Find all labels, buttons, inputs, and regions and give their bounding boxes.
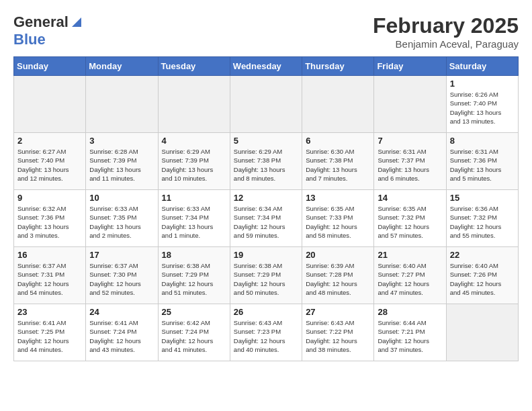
day-cell — [446, 304, 518, 361]
day-cell: 2Sunrise: 6:27 AM Sunset: 7:40 PM Daylig… — [14, 133, 86, 190]
day-number: 8 — [450, 136, 515, 146]
logo-blue-text: Blue — [13, 31, 46, 48]
header-cell-friday: Friday — [374, 57, 446, 76]
day-cell — [374, 76, 446, 133]
header-row: SundayMondayTuesdayWednesdayThursdayFrid… — [14, 57, 519, 76]
day-number: 1 — [450, 79, 515, 89]
day-cell: 15Sunrise: 6:36 AM Sunset: 7:32 PM Dayli… — [446, 190, 518, 247]
day-cell — [158, 76, 230, 133]
day-number: 23 — [17, 307, 82, 317]
day-cell: 11Sunrise: 6:33 AM Sunset: 7:34 PM Dayli… — [158, 190, 230, 247]
day-number: 21 — [378, 250, 442, 260]
day-cell: 26Sunrise: 6:43 AM Sunset: 7:23 PM Dayli… — [230, 304, 302, 361]
header-cell-monday: Monday — [86, 57, 158, 76]
day-info: Sunrise: 6:26 AM Sunset: 7:40 PM Dayligh… — [450, 90, 515, 126]
header-cell-tuesday: Tuesday — [158, 57, 230, 76]
day-info: Sunrise: 6:31 AM Sunset: 7:36 PM Dayligh… — [450, 147, 515, 183]
day-info: Sunrise: 6:29 AM Sunset: 7:38 PM Dayligh… — [234, 147, 298, 183]
day-cell: 7Sunrise: 6:31 AM Sunset: 7:37 PM Daylig… — [374, 133, 446, 190]
day-number: 22 — [450, 250, 515, 260]
day-cell: 18Sunrise: 6:38 AM Sunset: 7:29 PM Dayli… — [158, 247, 230, 304]
day-info: Sunrise: 6:43 AM Sunset: 7:22 PM Dayligh… — [306, 318, 370, 354]
day-info: Sunrise: 6:42 AM Sunset: 7:24 PM Dayligh… — [162, 318, 226, 354]
day-cell: 8Sunrise: 6:31 AM Sunset: 7:36 PM Daylig… — [446, 133, 518, 190]
day-info: Sunrise: 6:30 AM Sunset: 7:38 PM Dayligh… — [306, 147, 370, 183]
day-cell: 14Sunrise: 6:35 AM Sunset: 7:32 PM Dayli… — [374, 190, 446, 247]
day-number: 10 — [89, 193, 154, 203]
header-cell-saturday: Saturday — [446, 57, 518, 76]
day-number: 16 — [17, 250, 82, 260]
calendar-table: SundayMondayTuesdayWednesdayThursdayFrid… — [13, 56, 519, 361]
day-cell: 20Sunrise: 6:39 AM Sunset: 7:28 PM Dayli… — [302, 247, 374, 304]
day-info: Sunrise: 6:33 AM Sunset: 7:35 PM Dayligh… — [89, 204, 154, 240]
day-cell: 13Sunrise: 6:35 AM Sunset: 7:33 PM Dayli… — [302, 190, 374, 247]
day-cell — [14, 76, 86, 133]
week-row-4: 16Sunrise: 6:37 AM Sunset: 7:31 PM Dayli… — [14, 247, 519, 304]
day-cell: 23Sunrise: 6:41 AM Sunset: 7:25 PM Dayli… — [14, 304, 86, 361]
day-number: 7 — [378, 136, 442, 146]
svg-marker-0 — [72, 17, 81, 27]
header-cell-sunday: Sunday — [14, 57, 86, 76]
logo-triangle-icon — [69, 16, 81, 28]
day-cell: 4Sunrise: 6:29 AM Sunset: 7:39 PM Daylig… — [158, 133, 230, 190]
day-number: 4 — [162, 136, 226, 146]
day-info: Sunrise: 6:40 AM Sunset: 7:26 PM Dayligh… — [450, 261, 515, 297]
day-number: 14 — [378, 193, 442, 203]
title-block: February 2025 Benjamin Aceval, Paraguay — [373, 13, 519, 50]
day-number: 6 — [306, 136, 370, 146]
day-number: 11 — [162, 193, 226, 203]
day-info: Sunrise: 6:38 AM Sunset: 7:29 PM Dayligh… — [234, 261, 298, 297]
day-number: 26 — [234, 307, 298, 317]
day-info: Sunrise: 6:41 AM Sunset: 7:24 PM Dayligh… — [89, 318, 154, 354]
week-row-3: 9Sunrise: 6:32 AM Sunset: 7:36 PM Daylig… — [14, 190, 519, 247]
page-header: General Blue February 2025 Benjamin Acev… — [13, 13, 519, 50]
day-info: Sunrise: 6:27 AM Sunset: 7:40 PM Dayligh… — [17, 147, 82, 183]
day-number: 25 — [162, 307, 226, 317]
day-number: 5 — [234, 136, 298, 146]
week-row-1: 1Sunrise: 6:26 AM Sunset: 7:40 PM Daylig… — [14, 76, 519, 133]
day-cell: 6Sunrise: 6:30 AM Sunset: 7:38 PM Daylig… — [302, 133, 374, 190]
day-cell: 19Sunrise: 6:38 AM Sunset: 7:29 PM Dayli… — [230, 247, 302, 304]
day-info: Sunrise: 6:41 AM Sunset: 7:25 PM Dayligh… — [17, 318, 82, 354]
day-info: Sunrise: 6:39 AM Sunset: 7:28 PM Dayligh… — [306, 261, 370, 297]
day-info: Sunrise: 6:34 AM Sunset: 7:34 PM Dayligh… — [234, 204, 298, 240]
logo: General Blue — [13, 13, 81, 48]
day-cell: 9Sunrise: 6:32 AM Sunset: 7:36 PM Daylig… — [14, 190, 86, 247]
day-info: Sunrise: 6:35 AM Sunset: 7:33 PM Dayligh… — [306, 204, 370, 240]
day-number: 28 — [378, 307, 442, 317]
day-cell: 10Sunrise: 6:33 AM Sunset: 7:35 PM Dayli… — [86, 190, 158, 247]
day-cell — [302, 76, 374, 133]
day-info: Sunrise: 6:29 AM Sunset: 7:39 PM Dayligh… — [162, 147, 226, 183]
week-row-5: 23Sunrise: 6:41 AM Sunset: 7:25 PM Dayli… — [14, 304, 519, 361]
day-cell: 27Sunrise: 6:43 AM Sunset: 7:22 PM Dayli… — [302, 304, 374, 361]
day-cell: 1Sunrise: 6:26 AM Sunset: 7:40 PM Daylig… — [446, 76, 518, 133]
day-cell: 22Sunrise: 6:40 AM Sunset: 7:26 PM Dayli… — [446, 247, 518, 304]
day-number: 13 — [306, 193, 370, 203]
day-info: Sunrise: 6:31 AM Sunset: 7:37 PM Dayligh… — [378, 147, 442, 183]
day-cell: 5Sunrise: 6:29 AM Sunset: 7:38 PM Daylig… — [230, 133, 302, 190]
month-title: February 2025 — [373, 13, 519, 38]
day-info: Sunrise: 6:28 AM Sunset: 7:39 PM Dayligh… — [89, 147, 154, 183]
location-subtitle: Benjamin Aceval, Paraguay — [373, 38, 519, 50]
day-number: 27 — [306, 307, 370, 317]
day-info: Sunrise: 6:43 AM Sunset: 7:23 PM Dayligh… — [234, 318, 298, 354]
day-info: Sunrise: 6:33 AM Sunset: 7:34 PM Dayligh… — [162, 204, 226, 240]
day-number: 15 — [450, 193, 515, 203]
day-info: Sunrise: 6:35 AM Sunset: 7:32 PM Dayligh… — [378, 204, 442, 240]
header-cell-thursday: Thursday — [302, 57, 374, 76]
day-number: 19 — [234, 250, 298, 260]
day-number: 12 — [234, 193, 298, 203]
header-cell-wednesday: Wednesday — [230, 57, 302, 76]
day-cell: 17Sunrise: 6:37 AM Sunset: 7:30 PM Dayli… — [86, 247, 158, 304]
day-number: 24 — [89, 307, 154, 317]
day-cell: 12Sunrise: 6:34 AM Sunset: 7:34 PM Dayli… — [230, 190, 302, 247]
day-cell: 25Sunrise: 6:42 AM Sunset: 7:24 PM Dayli… — [158, 304, 230, 361]
day-number: 9 — [17, 193, 82, 203]
day-number: 2 — [17, 136, 82, 146]
day-info: Sunrise: 6:37 AM Sunset: 7:31 PM Dayligh… — [17, 261, 82, 297]
day-number: 18 — [162, 250, 226, 260]
day-info: Sunrise: 6:44 AM Sunset: 7:21 PM Dayligh… — [378, 318, 442, 354]
day-cell — [230, 76, 302, 133]
day-info: Sunrise: 6:38 AM Sunset: 7:29 PM Dayligh… — [162, 261, 226, 297]
day-cell: 21Sunrise: 6:40 AM Sunset: 7:27 PM Dayli… — [374, 247, 446, 304]
